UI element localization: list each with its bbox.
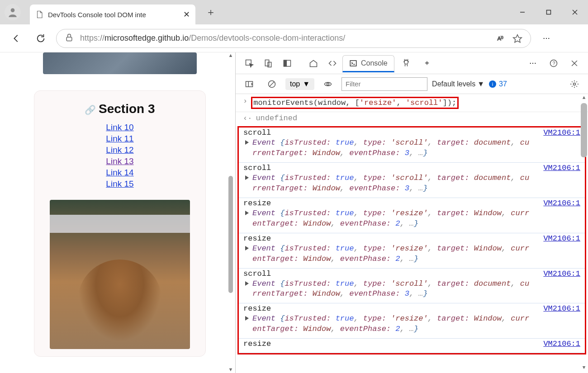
console-filter-bar: top ▼ Default levels ▼ i37 bbox=[236, 74, 588, 94]
minimize-button[interactable] bbox=[509, 2, 536, 22]
svg-point-28 bbox=[327, 83, 329, 85]
live-expression-button[interactable] bbox=[319, 75, 337, 93]
svg-line-27 bbox=[270, 82, 274, 86]
maximize-button[interactable] bbox=[536, 2, 562, 22]
console-settings-button[interactable] bbox=[565, 75, 583, 93]
favorite-icon[interactable] bbox=[512, 33, 522, 43]
console-event-entry[interactable]: resizeVM2106:1Event {isTrusted: true, ty… bbox=[239, 233, 585, 269]
event-detail: Event {isTrusted: true, type: 'resize', … bbox=[243, 208, 580, 229]
return-value: undefined bbox=[256, 114, 297, 123]
console-scrollbar[interactable]: ▲ ▼ bbox=[580, 94, 588, 373]
browser-tab[interactable]: DevTools Console tool DOM inte ✕ bbox=[30, 5, 195, 24]
event-name: resize bbox=[243, 234, 580, 243]
scroll-down-icon[interactable]: ▼ bbox=[227, 367, 234, 373]
page-icon bbox=[35, 10, 43, 19]
console-tab-label: Console bbox=[361, 59, 388, 67]
toggle-sidebar-button[interactable] bbox=[240, 75, 258, 93]
svg-rect-12 bbox=[284, 60, 287, 66]
console-command-row: › monitorEvents(window, ['resize', 'scro… bbox=[236, 94, 588, 112]
close-window-button[interactable] bbox=[562, 2, 588, 22]
event-source-link[interactable]: VM2106:1 bbox=[543, 128, 580, 137]
event-detail: Event {isTrusted: true, type: 'scroll', … bbox=[243, 279, 580, 300]
page-link[interactable]: Link 12 bbox=[34, 145, 205, 155]
tab-close-button[interactable]: ✕ bbox=[183, 9, 190, 19]
event-name: scroll bbox=[243, 128, 580, 137]
svg-rect-5 bbox=[66, 37, 72, 41]
event-source-link[interactable]: VM2106:1 bbox=[543, 269, 580, 278]
event-source-link[interactable]: VM2106:1 bbox=[543, 199, 580, 208]
console-event-entry[interactable]: scrollVM2106:1Event {isTrusted: true, ty… bbox=[239, 127, 585, 163]
address-bar[interactable]: https://microsoftedge.github.io/Demos/de… bbox=[56, 29, 531, 48]
execution-context-selector[interactable]: top ▼ bbox=[285, 78, 314, 90]
console-event-entry[interactable]: resizeVM2106:1 bbox=[239, 339, 585, 353]
page-link[interactable]: Link 11 bbox=[34, 134, 205, 144]
console-event-entry[interactable]: scrollVM2106:1Event {isTrusted: true, ty… bbox=[239, 163, 585, 198]
console-tab[interactable]: Console bbox=[342, 55, 394, 72]
page-link[interactable]: Link 13 bbox=[34, 156, 205, 166]
more-tabs-button[interactable]: ＋ bbox=[418, 54, 436, 72]
elements-tab[interactable] bbox=[323, 54, 341, 72]
scroll-up-icon[interactable]: ▲ bbox=[580, 95, 588, 102]
event-source-link[interactable]: VM2106:1 bbox=[543, 234, 580, 243]
devtools-tab-bar: Console ＋ ⋯ ? bbox=[236, 52, 588, 74]
devtools-panel: Console ＋ ⋯ ? top ▼ Default levels ▼ i37 bbox=[235, 52, 588, 373]
section-heading: Section 3 bbox=[34, 102, 205, 116]
log-levels-selector[interactable]: Default levels ▼ bbox=[432, 80, 484, 88]
scroll-down-icon[interactable]: ▼ bbox=[580, 365, 588, 372]
device-emulation-button[interactable] bbox=[259, 54, 277, 72]
event-name: resize bbox=[243, 340, 580, 348]
event-source-link[interactable]: VM2106:1 bbox=[543, 340, 580, 348]
svg-point-29 bbox=[574, 83, 576, 85]
page-link[interactable]: Link 15 bbox=[34, 179, 205, 189]
link-list: Link 10Link 11Link 12Link 13Link 14Link … bbox=[34, 123, 205, 189]
back-button[interactable] bbox=[7, 29, 25, 47]
events-highlight-box: scrollVM2106:1Event {isTrusted: true, ty… bbox=[237, 126, 586, 354]
event-detail: Event {isTrusted: true, type: 'scroll', … bbox=[243, 138, 580, 159]
devtools-help-button[interactable]: ? bbox=[545, 54, 563, 72]
svg-point-0 bbox=[11, 8, 15, 12]
console-event-entry[interactable]: resizeVM2106:1Event {isTrusted: true, ty… bbox=[239, 303, 585, 339]
new-tab-button[interactable]: ＋ bbox=[202, 3, 220, 21]
clear-console-button[interactable] bbox=[263, 75, 281, 93]
welcome-tab[interactable] bbox=[304, 54, 322, 72]
sources-tab[interactable] bbox=[395, 54, 417, 72]
svg-rect-2 bbox=[547, 10, 551, 14]
event-source-link[interactable]: VM2106:1 bbox=[543, 164, 580, 172]
tab-title: DevTools Console tool DOM inte bbox=[48, 11, 179, 19]
event-source-link[interactable]: VM2106:1 bbox=[543, 304, 580, 313]
console-event-entry[interactable]: scrollVM2106:1Event {isTrusted: true, ty… bbox=[239, 269, 585, 304]
event-name: resize bbox=[243, 304, 580, 313]
console-output[interactable]: › monitorEvents(window, ['resize', 'scro… bbox=[236, 94, 588, 373]
person-icon bbox=[7, 6, 19, 18]
devtools-more-button[interactable]: ⋯ bbox=[524, 54, 542, 72]
page-image-deer bbox=[50, 200, 190, 349]
event-detail: Event {isTrusted: true, type: 'resize', … bbox=[243, 244, 580, 264]
section-card: Section 3 Link 10Link 11Link 12Link 13Li… bbox=[34, 90, 206, 357]
refresh-button[interactable] bbox=[32, 29, 50, 47]
issues-counter[interactable]: i37 bbox=[489, 80, 507, 88]
url-text: https://microsoftedge.github.io/Demos/de… bbox=[80, 33, 490, 43]
page-link[interactable]: Link 14 bbox=[34, 168, 205, 178]
issues-dot-icon: i bbox=[489, 80, 496, 88]
profile-button[interactable] bbox=[5, 4, 21, 20]
page-link[interactable]: Link 10 bbox=[34, 123, 205, 132]
dock-side-button[interactable] bbox=[278, 54, 296, 72]
settings-more-button[interactable]: ⋯ bbox=[537, 29, 555, 47]
svg-text:?: ? bbox=[553, 61, 555, 66]
inspect-element-button[interactable] bbox=[240, 54, 258, 72]
svg-line-16 bbox=[404, 59, 405, 60]
scroll-thumb[interactable] bbox=[228, 176, 233, 293]
page-viewport: Section 3 Link 10Link 11Link 12Link 13Li… bbox=[0, 52, 235, 373]
read-aloud-icon[interactable]: A⁾⁾ bbox=[496, 34, 506, 43]
scroll-thumb[interactable] bbox=[581, 103, 587, 157]
svg-rect-24 bbox=[246, 81, 253, 87]
scroll-up-icon[interactable]: ▲ bbox=[227, 52, 234, 59]
window-controls bbox=[509, 2, 588, 22]
console-event-entry[interactable]: resizeVM2106:1Event {isTrusted: true, ty… bbox=[239, 198, 585, 233]
event-name: scroll bbox=[243, 164, 580, 172]
console-filter-input[interactable] bbox=[341, 77, 427, 91]
page-scrollbar[interactable]: ▲ ▼ bbox=[227, 52, 234, 373]
event-detail: Event {isTrusted: true, type: 'scroll', … bbox=[243, 173, 580, 194]
devtools-close-button[interactable] bbox=[565, 54, 583, 72]
page-image-top bbox=[43, 52, 197, 74]
